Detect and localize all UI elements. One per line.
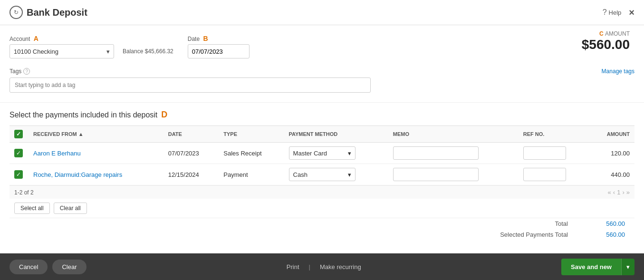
tags-section: Tags ? Manage tags [0,68,644,103]
row-type-0: Sales Receipt [219,143,284,164]
tags-input[interactable] [10,77,371,93]
payments-title: Select the payments included in this dep… [10,110,634,120]
total-amount: 560.00 [587,220,625,227]
selected-total-amount: 560.00 [587,231,625,238]
bank-deposit-icon: ↻ [10,6,23,19]
row-type-1: Payment [219,164,284,185]
footer-divider: | [309,263,310,270]
col-payment-method: PAYMENT METHOD [284,126,388,143]
row-checkbox-1[interactable]: ✓ [10,164,29,185]
main-container: ↻ Bank Deposit ? Help × C AMOUNT $560.00 [0,0,644,280]
tags-help-icon: ? [23,68,30,75]
content-area: C AMOUNT $560.00 Account A 10100 Checkin… [0,25,644,253]
row-date-1: 12/15/2024 [163,164,219,185]
balance-text: Balance $45,666.32 [123,48,173,55]
header-left: ↻ Bank Deposit [10,6,87,19]
account-group: Account A 10100 Checking ▾ Balance $45,6… [10,35,173,58]
payment-method-select-1[interactable]: Cash ▾ [289,168,356,181]
sort-arrow-icon: ▲ [78,131,84,137]
date-input[interactable] [188,44,250,58]
payment-method-arrow-0: ▾ [348,150,351,157]
row-amount-0: 120.00 [590,143,634,164]
ref-input-0[interactable] [523,146,566,160]
received-from-link-1[interactable]: Roche, Diarmuid:Garage repairs [33,171,122,178]
clear-all-button[interactable]: Clear all [54,203,87,214]
row-received-from-1: Roche, Diarmuid:Garage repairs [29,164,163,185]
pagination-first[interactable]: « [608,189,611,196]
account-row: 10100 Checking ▾ Balance $45,666.32 [10,44,173,58]
tags-header: Tags ? Manage tags [10,68,634,75]
col-type: TYPE [219,126,284,143]
save-and-new-button[interactable]: Save and new [561,259,621,275]
close-button[interactable]: × [629,7,634,18]
form-row-account-date: Account A 10100 Checking ▾ Balance $45,6… [10,35,634,58]
row-memo-1 [388,164,519,185]
help-button[interactable]: ? Help [603,8,622,17]
col-date: DATE [163,126,219,143]
header-right: ? Help × [603,7,634,18]
ref-input-1[interactable] [523,168,566,181]
payments-table: ✓ RECEIVED FROM ▲ DATE TYPE PAYMENT METH… [10,126,634,185]
date-letter: B [203,35,208,42]
manage-tags-link[interactable]: Manage tags [602,68,634,75]
account-letter: A [34,35,38,42]
footer-right: Save and new ▾ [561,259,634,275]
account-label: Account A [10,35,173,42]
table-body: ✓ Aaron E Berhanu 07/07/2023 Sales Recei… [10,143,634,185]
pagination-controls: « ‹ 1 › » [608,189,630,196]
date-label: Date B [188,35,250,42]
col-memo: MEMO [388,126,519,143]
checkbox-icon-0: ✓ [14,149,23,157]
pagination-last[interactable]: » [626,189,630,196]
table-row: ✓ Aaron E Berhanu 07/07/2023 Sales Recei… [10,143,634,164]
checkbox-icon-1: ✓ [14,170,23,179]
pagination-next[interactable]: › [622,189,624,196]
payment-method-select-0[interactable]: Master Card ▾ [289,146,356,160]
memo-input-1[interactable] [393,168,479,181]
help-circle-icon: ? [603,8,607,17]
pagination-prev[interactable]: ‹ [613,189,615,196]
form-section: Account A 10100 Checking ▾ Balance $45,6… [0,25,644,68]
footer: Cancel Clear Print | Make recurring Save… [0,253,644,280]
pagination-page: 1 [617,189,620,196]
page-title: Bank Deposit [27,7,87,18]
table-header: ✓ RECEIVED FROM ▲ DATE TYPE PAYMENT METH… [10,126,634,143]
col-amount: AMOUNT [590,126,634,143]
col-received-from: RECEIVED FROM ▲ [29,126,163,143]
help-label: Help [609,9,622,16]
row-date-0: 07/07/2023 [163,143,219,164]
cancel-button[interactable]: Cancel [10,260,48,274]
make-recurring-link[interactable]: Make recurring [320,263,361,270]
pagination-row: 1-2 of 2 « ‹ 1 › » [10,185,634,199]
account-value: 10100 Checking [14,48,58,55]
action-row-left: Select all Clear all [14,203,87,214]
col-ref-no: REF NO. [519,126,590,143]
table-header-row: ✓ RECEIVED FROM ▲ DATE TYPE PAYMENT METH… [10,126,634,143]
table-row: ✓ Roche, Diarmuid:Garage repairs 12/15/2… [10,164,634,185]
row-amount-1: 440.00 [590,164,634,185]
print-link[interactable]: Print [287,263,299,270]
row-checkbox-0[interactable]: ✓ [10,143,29,164]
action-row: Select all Clear all [10,199,634,218]
payments-letter-d: D [161,110,167,120]
memo-input-0[interactable] [393,146,479,160]
selected-totals-row: Selected Payments Total 560.00 [10,229,634,240]
save-and-new-dropdown[interactable]: ▾ [621,259,634,275]
selected-total-label: Selected Payments Total [500,231,568,238]
received-from-link-0[interactable]: Aaron E Berhanu [33,150,81,157]
col-header-sort-received: RECEIVED FROM ▲ [33,131,159,137]
clear-button[interactable]: Clear [52,260,86,274]
row-received-from-0: Aaron E Berhanu [29,143,163,164]
pagination-info: 1-2 of 2 [14,189,34,196]
tags-label: Tags ? [10,68,30,75]
payments-section: Select the payments included in this dep… [0,103,644,245]
select-all-checkbox-header[interactable]: ✓ [10,126,29,143]
header: ↻ Bank Deposit ? Help × [0,0,644,25]
select-all-button[interactable]: Select all [14,203,50,214]
account-select[interactable]: 10100 Checking ▾ [10,44,114,58]
row-ref-1 [519,164,590,185]
row-ref-0 [519,143,590,164]
row-payment-method-0: Master Card ▾ [284,143,388,164]
account-dropdown-arrow: ▾ [106,48,110,55]
footer-center: Print | Make recurring [287,263,361,270]
